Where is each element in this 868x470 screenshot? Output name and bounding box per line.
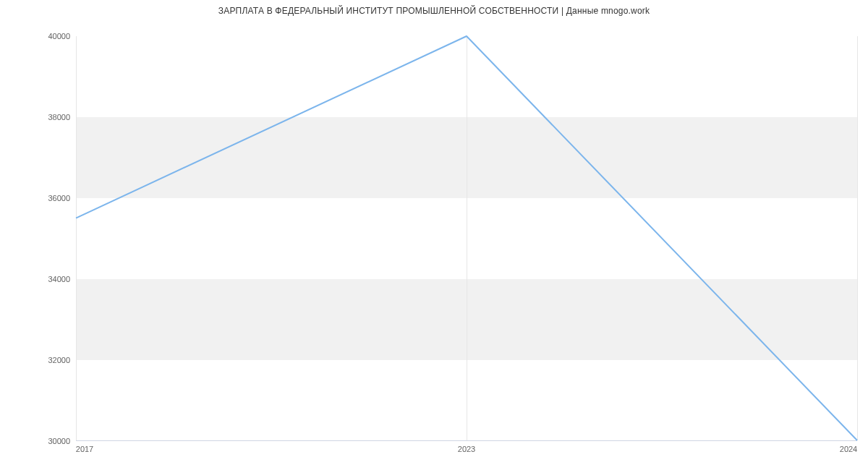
plot-area xyxy=(76,36,857,441)
x-tick-label: 2023 xyxy=(458,445,475,453)
y-tick-label: 36000 xyxy=(5,194,70,202)
chart-title: ЗАРПЛАТА В ФЕДЕРАЛЬНЫЙ ИНСТИТУТ ПРОМЫШЛЕ… xyxy=(0,6,868,16)
grid-vline xyxy=(857,36,858,440)
series-path xyxy=(76,36,857,440)
y-tick-label: 34000 xyxy=(5,275,70,283)
y-tick-label: 32000 xyxy=(5,356,70,364)
y-tick-label: 30000 xyxy=(5,437,70,445)
chart-container: ЗАРПЛАТА В ФЕДЕРАЛЬНЫЙ ИНСТИТУТ ПРОМЫШЛЕ… xyxy=(0,0,868,470)
line-series xyxy=(76,36,857,440)
x-tick-label: 2017 xyxy=(76,445,93,453)
y-tick-label: 40000 xyxy=(5,32,70,40)
x-tick-label: 2024 xyxy=(840,445,857,453)
y-tick-label: 38000 xyxy=(5,113,70,121)
